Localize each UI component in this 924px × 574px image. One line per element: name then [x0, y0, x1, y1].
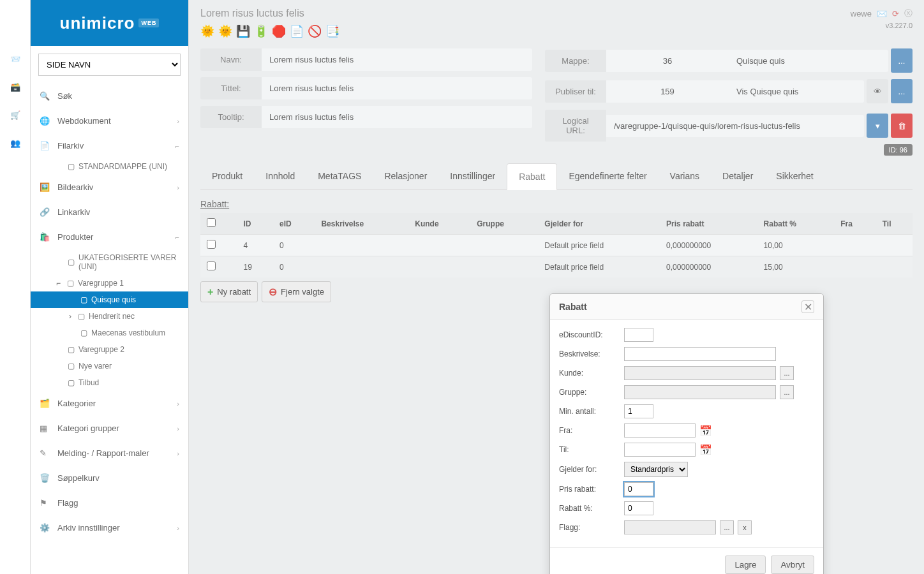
- gear-icon: ⚙️: [40, 523, 51, 533]
- produkter-sub-maecenas[interactable]: ▢Maecenas vestibulum: [31, 325, 188, 341]
- rail-inbox-icon[interactable]: 📨: [8, 51, 23, 66]
- beskrivelse-input[interactable]: [624, 347, 776, 361]
- produkter-sub-quisque[interactable]: ▢Quisque quis: [31, 291, 188, 308]
- tooltip-label: Tooltip:: [200, 106, 262, 128]
- produkter-sub-tilbud[interactable]: ▢Tilbud: [31, 374, 188, 391]
- flagg-input[interactable]: [624, 520, 716, 534]
- toolbar-forbid-icon[interactable]: 🚫: [308, 24, 322, 38]
- gruppe-input[interactable]: [624, 385, 776, 399]
- url-delete-button[interactable]: 🗑: [891, 114, 913, 138]
- tab-sikkerhet[interactable]: Sikkerhet: [764, 163, 824, 189]
- dialog-cancel-button[interactable]: Avbryt: [771, 556, 814, 574]
- id-badge: ID: 96: [884, 144, 913, 156]
- mappe-num[interactable]: [606, 50, 729, 72]
- calendar-icon[interactable]: 📅: [699, 425, 712, 437]
- folder-icon: ▢: [68, 378, 75, 387]
- gruppe-picker-button[interactable]: ...: [780, 385, 794, 399]
- tittel-label: Tittel:: [200, 77, 262, 99]
- rail-cart-icon[interactable]: 🛒: [8, 107, 23, 122]
- gjelder-label: Gjelder for:: [559, 465, 620, 474]
- toolbar-new-icon[interactable]: 📄: [290, 24, 304, 38]
- nav-produkter[interactable]: 🛍️ Produkter ⌐: [31, 224, 188, 249]
- tab-varians[interactable]: Varians: [659, 163, 711, 189]
- rail-users-icon[interactable]: 👥: [8, 135, 23, 151]
- produkter-sub-ukat[interactable]: ▢UKATEGORISERTE VARER (UNI): [31, 249, 188, 275]
- tab-detaljer[interactable]: Detaljer: [711, 163, 764, 189]
- row-checkbox[interactable]: [207, 261, 216, 270]
- kunde-label: Kunde:: [559, 369, 620, 378]
- url-input[interactable]: [606, 115, 864, 137]
- eye-icon: 👁: [874, 87, 882, 96]
- kunde-input[interactable]: [624, 366, 776, 380]
- calendar-icon[interactable]: 📅: [699, 444, 712, 456]
- toolbar-copy-icon[interactable]: 📑: [325, 24, 339, 38]
- refresh-icon[interactable]: ⟳: [892, 9, 899, 18]
- col-header: Gjelder for: [538, 213, 660, 235]
- publiser-num[interactable]: [606, 80, 729, 103]
- ediscountid-input[interactable]: [624, 328, 653, 342]
- toolbar-sun-icon[interactable]: 🌞: [200, 24, 214, 38]
- tooltip-input[interactable]: [262, 106, 532, 128]
- table-row[interactable]: 40Default price field0,00000000010,00: [200, 235, 913, 256]
- page-select[interactable]: SIDE NAVN: [38, 54, 181, 76]
- publiser-picker-button[interactable]: ...: [891, 79, 913, 103]
- tab-innstillinger[interactable]: Innstillinger: [438, 163, 507, 189]
- nav-search[interactable]: 🔍 Søk: [31, 84, 188, 108]
- nav-kategori-grupper[interactable]: ▦ Kategori grupper ›: [31, 416, 188, 441]
- nav-flagg[interactable]: ⚑ Flagg: [31, 490, 188, 515]
- toolbar-battery-icon[interactable]: 🔋: [254, 24, 268, 38]
- flagg-picker-button[interactable]: ...: [720, 520, 734, 534]
- toolbar-save-icon[interactable]: 💾: [236, 24, 250, 38]
- tab-innhold[interactable]: Innhold: [254, 163, 306, 189]
- publiser-input[interactable]: [729, 80, 864, 103]
- produkter-sub-nye[interactable]: ▢Nye varer: [31, 358, 188, 374]
- dialog-save-button[interactable]: Lagre: [725, 556, 766, 574]
- rabattpct-input[interactable]: [624, 501, 653, 515]
- mappe-input[interactable]: [729, 50, 888, 72]
- row-checkbox[interactable]: [207, 240, 216, 249]
- toolbar-sun-plus-icon[interactable]: 🌞: [218, 24, 232, 38]
- app-logo: unimicroWEB: [31, 0, 188, 46]
- produkter-sub-vg2[interactable]: ▢Varegruppe 2: [31, 341, 188, 358]
- tab-egendefinerte-felter[interactable]: Egendefinerte felter: [557, 163, 658, 189]
- mail-icon[interactable]: ✉️: [877, 9, 887, 18]
- nav-kategorier[interactable]: 🗂️ Kategorier ›: [31, 391, 188, 416]
- kunde-picker-button[interactable]: ...: [780, 366, 794, 380]
- nav-filarkiv[interactable]: 📄 Filarkiv ⌐: [31, 133, 188, 158]
- nav-arkiv-innstillinger[interactable]: ⚙️ Arkiv innstillinger ›: [31, 515, 188, 540]
- image-icon: 🖼️: [40, 182, 51, 192]
- nav-bildearkiv[interactable]: 🖼️ Bildearkiv ›: [31, 175, 188, 200]
- nav-linkarkiv[interactable]: 🔗 Linkarkiv: [31, 200, 188, 224]
- produkter-sub-vg1[interactable]: ⌐▢Varegruppe 1: [31, 275, 188, 291]
- filarkiv-sub-standard[interactable]: ▢ STANDARDMAPPE (UNI): [31, 158, 188, 175]
- produkter-sub-hendrerit[interactable]: ›▢Hendrerit nec: [31, 308, 188, 325]
- select-all-checkbox[interactable]: [207, 218, 216, 227]
- url-dropdown-button[interactable]: ▾: [867, 114, 888, 138]
- prisrabatt-input[interactable]: [624, 482, 653, 496]
- mappe-picker-button[interactable]: ...: [891, 48, 913, 73]
- tab-rabatt[interactable]: Rabatt: [507, 163, 557, 190]
- tab-metatags[interactable]: MetaTAGS: [306, 163, 373, 189]
- flagg-clear-button[interactable]: x: [738, 520, 752, 534]
- tab-produkt[interactable]: Produkt: [200, 163, 254, 189]
- tittel-input[interactable]: [262, 77, 532, 99]
- gjelder-select[interactable]: Standardpris: [624, 462, 688, 477]
- rail-archive-icon[interactable]: 🗃️: [8, 79, 23, 94]
- minantall-input[interactable]: [624, 404, 653, 418]
- toolbar-stop-icon[interactable]: 🛑: [272, 24, 286, 38]
- hierarchy-icon: 🗂️: [40, 399, 51, 408]
- close-icon[interactable]: ⓧ: [904, 8, 913, 19]
- fra-input[interactable]: [624, 423, 696, 438]
- new-rabatt-button[interactable]: +Ny rabatt: [200, 281, 258, 302]
- nav-webdokument[interactable]: 🌐 Webdokument ›: [31, 108, 188, 133]
- nav-soppelkurv[interactable]: 🗑️ Søppelkurv: [31, 466, 188, 490]
- navn-input[interactable]: [262, 48, 532, 71]
- dialog-close-button[interactable]: ✕: [801, 300, 814, 313]
- visibility-button[interactable]: 👁: [867, 79, 888, 103]
- remove-selected-button[interactable]: ⊖Fjern valgte: [262, 281, 331, 302]
- til-input[interactable]: [624, 443, 696, 457]
- folder-icon: ▢: [68, 162, 75, 171]
- table-row[interactable]: 190Default price field0,00000000015,00: [200, 256, 913, 278]
- nav-melding[interactable]: ✎ Melding- / Rapport-maler ›: [31, 441, 188, 466]
- tab-relasjoner[interactable]: Relasjoner: [373, 163, 438, 189]
